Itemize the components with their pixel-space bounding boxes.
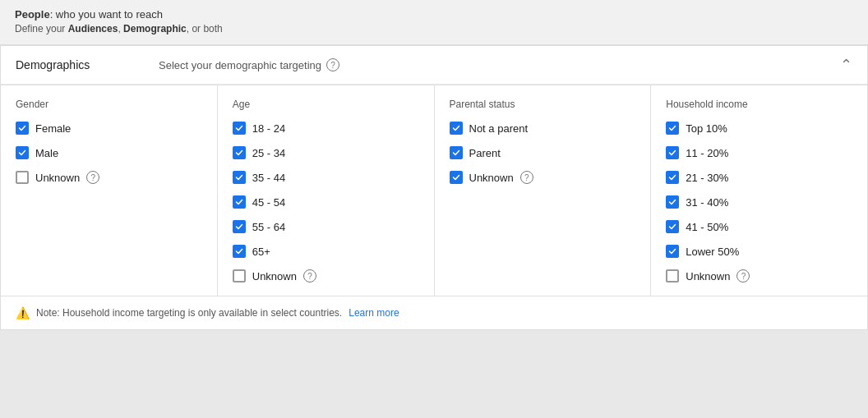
help-icon[interactable]: ?: [326, 58, 339, 71]
age-18-24-label: 18 - 24: [252, 122, 285, 135]
gender-female-row: Female: [16, 122, 202, 135]
top-bar-title: People: who you want to reach: [15, 8, 853, 21]
age-25-34-label: 25 - 34: [252, 147, 285, 159]
parental-unknown-label: Unknown: [469, 172, 514, 184]
parental-parent-row: Parent: [450, 146, 636, 159]
card-header: Demographics Select your demographic tar…: [1, 46, 867, 85]
household-income-header: Household income: [666, 99, 852, 110]
parental-not-a-parent-row: Not a parent: [450, 122, 636, 135]
gender-unknown-checkbox[interactable]: [16, 171, 29, 184]
income-21-30-row: 21 - 30%: [666, 171, 852, 184]
age-55-64-row: 55 - 64: [233, 220, 419, 233]
income-top10-checkbox[interactable]: [666, 122, 679, 135]
parental-not-a-parent-label: Not a parent: [469, 122, 529, 135]
demographics-table: Gender Female Male Unknown ? Age: [1, 85, 867, 296]
gender-male-label: Male: [35, 147, 58, 159]
income-unknown-row: Unknown ?: [666, 269, 852, 282]
household-income-column: Household income Top 10% 11 - 20% 21 - 3…: [651, 85, 867, 296]
gender-unknown-label: Unknown: [35, 172, 80, 184]
age-unknown-row: Unknown ?: [233, 269, 419, 282]
income-11-20-checkbox[interactable]: [666, 146, 679, 159]
age-65plus-label: 65+: [252, 246, 270, 258]
income-top10-row: Top 10%: [666, 122, 852, 135]
top-bar: People: who you want to reach Define you…: [0, 0, 868, 45]
income-unknown-help-icon[interactable]: ?: [736, 269, 750, 282]
parental-status-column: Parental status Not a parent Parent Unkn…: [435, 85, 652, 296]
parental-parent-checkbox[interactable]: [450, 146, 463, 159]
gender-male-row: Male: [16, 146, 202, 159]
section-title: Demographics: [16, 58, 147, 71]
top-bar-title-suffix: : who you want to reach: [50, 8, 163, 21]
age-65plus-row: 65+: [233, 245, 419, 258]
age-35-44-label: 35 - 44: [252, 172, 285, 184]
gender-header: Gender: [16, 99, 202, 110]
collapse-icon[interactable]: ⌃: [840, 57, 852, 72]
gender-unknown-row: Unknown ?: [16, 171, 202, 184]
income-top10-label: Top 10%: [686, 122, 727, 135]
people-label: People: [15, 8, 50, 21]
age-45-54-checkbox[interactable]: [233, 195, 246, 209]
age-55-64-label: 55 - 64: [252, 221, 285, 233]
top-bar-subtitle: Define your Audiences, Demographic, or b…: [15, 23, 853, 34]
income-lower50-label: Lower 50%: [686, 246, 739, 258]
gender-female-label: Female: [35, 122, 71, 135]
age-35-44-checkbox[interactable]: [233, 171, 246, 184]
parental-unknown-help-icon[interactable]: ?: [520, 171, 533, 184]
demographics-card: Demographics Select your demographic tar…: [0, 45, 868, 330]
parental-not-a-parent-checkbox[interactable]: [450, 122, 463, 135]
gender-male-checkbox[interactable]: [16, 146, 29, 159]
age-65plus-checkbox[interactable]: [233, 245, 246, 258]
age-45-54-label: 45 - 54: [252, 196, 285, 209]
income-31-40-row: 31 - 40%: [666, 195, 852, 209]
income-unknown-label: Unknown: [686, 270, 730, 282]
income-lower50-checkbox[interactable]: [666, 245, 679, 258]
age-35-44-row: 35 - 44: [233, 171, 419, 184]
footer-note: ⚠️ Note: Household income targeting is o…: [1, 296, 867, 329]
age-unknown-checkbox[interactable]: [233, 269, 246, 282]
learn-more-link[interactable]: Learn more: [349, 307, 399, 319]
age-55-64-checkbox[interactable]: [233, 220, 246, 233]
income-41-50-row: 41 - 50%: [666, 220, 852, 233]
income-41-50-checkbox[interactable]: [666, 220, 679, 233]
age-45-54-row: 45 - 54: [233, 195, 419, 209]
income-21-30-checkbox[interactable]: [666, 171, 679, 184]
income-lower50-row: Lower 50%: [666, 245, 852, 258]
card-header-left: Demographics Select your demographic tar…: [16, 58, 339, 71]
parental-parent-label: Parent: [469, 147, 501, 159]
gender-female-checkbox[interactable]: [16, 122, 29, 135]
parental-status-header: Parental status: [450, 99, 636, 110]
income-31-40-label: 31 - 40%: [686, 196, 728, 209]
gender-unknown-help-icon[interactable]: ?: [86, 171, 99, 184]
warning-icon: ⚠️: [16, 306, 30, 319]
income-21-30-label: 21 - 30%: [686, 172, 728, 184]
gender-column: Gender Female Male Unknown ?: [1, 85, 218, 296]
age-unknown-label: Unknown: [252, 270, 297, 282]
age-18-24-row: 18 - 24: [233, 122, 419, 135]
sub-title: Select your demographic targeting ?: [159, 58, 339, 71]
income-31-40-checkbox[interactable]: [666, 195, 679, 209]
age-header: Age: [233, 99, 419, 110]
income-11-20-label: 11 - 20%: [686, 147, 728, 159]
income-41-50-label: 41 - 50%: [686, 221, 728, 233]
age-25-34-row: 25 - 34: [233, 146, 419, 159]
age-18-24-checkbox[interactable]: [233, 122, 246, 135]
parental-unknown-checkbox[interactable]: [450, 171, 463, 184]
parental-unknown-row: Unknown ?: [450, 171, 636, 184]
age-column: Age 18 - 24 25 - 34 35 - 44: [218, 85, 435, 296]
age-unknown-help-icon[interactable]: ?: [303, 269, 316, 282]
footer-note-text: Note: Household income targeting is only…: [36, 307, 342, 319]
income-unknown-checkbox[interactable]: [666, 269, 679, 282]
income-11-20-row: 11 - 20%: [666, 146, 852, 159]
age-25-34-checkbox[interactable]: [233, 146, 246, 159]
